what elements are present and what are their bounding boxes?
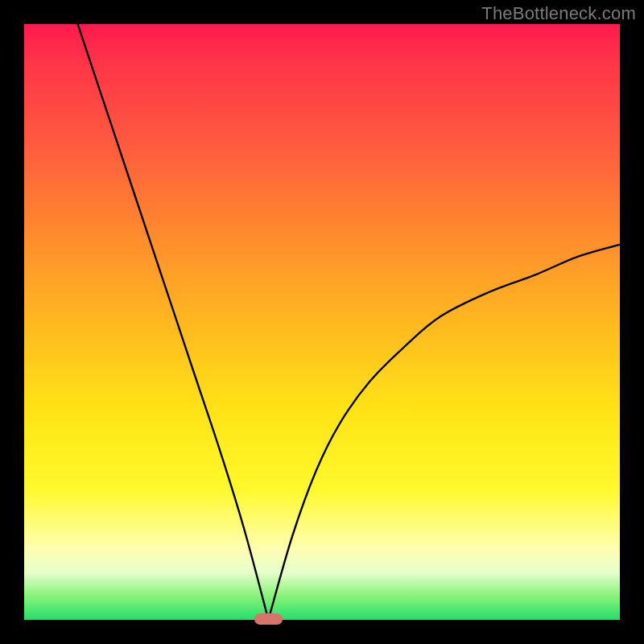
chart-frame: TheBottleneck.com [0, 0, 644, 644]
plot-area [24, 24, 620, 620]
bottleneck-curve [24, 24, 620, 620]
watermark-text: TheBottleneck.com [481, 3, 636, 24]
min-marker [254, 613, 283, 625]
